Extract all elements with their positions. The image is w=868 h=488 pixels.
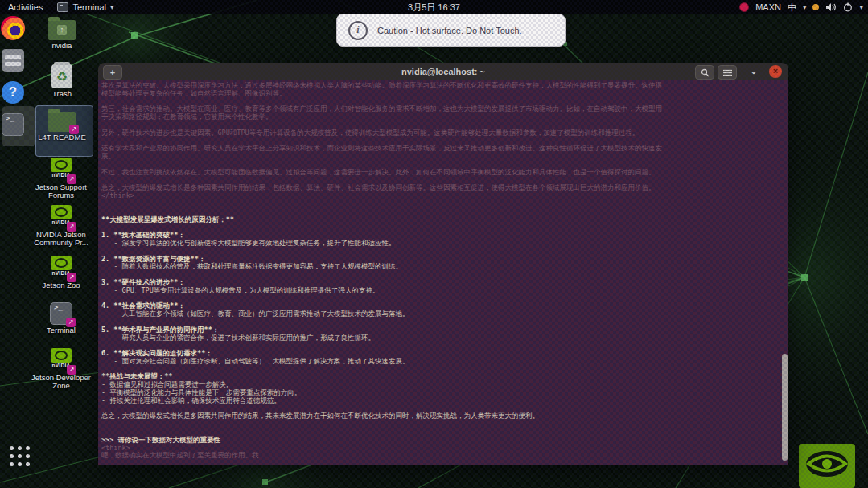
- terminal-body[interactable]: 其次是算法的突破。大模型采用深度学习方法，通过多层神经网络来模拟人类大脑的某些功…: [98, 80, 788, 465]
- desktop-icon-jetson-zoo[interactable]: nVIDIA ↗ Jetson Zoo: [30, 256, 93, 289]
- nvidia-logo: [799, 444, 855, 488]
- terminal-line: </think>: [101, 192, 779, 200]
- shortcut-arrow-badge: ↗: [67, 222, 76, 232]
- help-icon: ?: [2, 81, 24, 104]
- volume-icon[interactable]: [825, 2, 837, 12]
- terminal-line: 于决策和路径规划；在教育领域，它被用来个性化教学。: [101, 113, 779, 121]
- trash-icon: ♻: [51, 64, 72, 88]
- terminal-line: [101, 366, 779, 374]
- shortcut-arrow-badge: ↗: [66, 318, 76, 327]
- info-icon: i: [348, 21, 368, 40]
- terminal-line: - 随着大数据技术的普及，获取和处理海量标注数据变得更加容易，支持了大规模模型的…: [101, 263, 779, 271]
- terminal-line: [101, 295, 779, 303]
- terminal-line: **大模型发展呈爆发式增长的原因分析：**: [101, 216, 779, 224]
- terminal-output: 其次是算法的突破。大模型采用深度学习方法，通过多层神经网络来模拟人类大脑的某些功…: [101, 82, 779, 460]
- folder-icon: ↗: [48, 112, 76, 132]
- app-menu[interactable]: Terminal ▾: [57, 2, 113, 12]
- power-mode-label[interactable]: MAXN: [755, 2, 781, 12]
- menu-button[interactable]: [718, 65, 737, 80]
- input-method-indicator[interactable]: 中: [788, 2, 796, 14]
- terminal-line: 还有学术界和产业界的协同作用。研究人员在学术平台上分享知识和技术，而企业则将这些…: [101, 145, 779, 153]
- terminal-line: - 持续关注伦理和社会影响，确保技术应用符合道德规范。: [101, 397, 779, 405]
- nvidia-shortcut-icon: nVIDIA ↗: [49, 158, 73, 182]
- power-icon[interactable]: [843, 2, 853, 12]
- desktop-icon-nvidia-jetson-community[interactable]: nVIDIA ↗ NVIDIA Jetson Community Pr...: [30, 205, 93, 247]
- notification-message: Caution - Hot surface. Do Not Touch.: [377, 26, 522, 35]
- desktop-icon-trash[interactable]: ♻ Trash: [31, 64, 93, 98]
- notification-toast[interactable]: i Caution - Hot surface. Do Not Touch.: [336, 14, 566, 47]
- chevron-down-icon: ▾: [110, 3, 114, 11]
- terminal-line: - 深度学习算法的优化与创新使得大模型能够更有效地处理复杂任务，提升了性能和适应…: [101, 240, 779, 248]
- terminal-line: >>> 请你说一下数据对大模型的重要性: [101, 437, 779, 445]
- new-tab-button[interactable]: +: [103, 65, 122, 80]
- terminal-titlebar[interactable]: + nvidia@localhost: ~ ⌄ ×: [98, 63, 788, 80]
- terminal-line: [101, 420, 779, 429]
- desktop-icon-l4t-readme[interactable]: ↗ L4T README: [31, 108, 93, 141]
- terminal-line: - 面对复杂社会问题（如医疗诊断、自动驾驶等），大模型提供了解决方案，推动了其快…: [101, 358, 779, 366]
- terminal-line: 模型能够处理更复杂的任务，如自然语言理解、图像识别等。: [101, 90, 779, 98]
- terminal-line: 不过，我也注意到挑战依然存在。大模型可能面临数据偏见、过拟合等问题，这需要进一步…: [101, 169, 779, 177]
- desktop-icon-jetson-developer-zone[interactable]: nVIDIA ↗ Jetson Developer Zone: [30, 348, 93, 390]
- dock-item-help[interactable]: ?: [0, 81, 34, 104]
- shortcut-arrow-badge: ↗: [67, 273, 76, 282]
- nvidia-shortcut-icon: nVIDIA ↗: [49, 205, 73, 229]
- close-button[interactable]: ×: [769, 65, 782, 78]
- chevron-down-icon[interactable]: ▾: [859, 3, 863, 11]
- shortcut-arrow-badge: ↗: [69, 125, 79, 134]
- clock[interactable]: 3月5日 16:37: [408, 2, 460, 12]
- terminal-line: 总之，大模型的爆发式增长是多种因素共同作用的结果，包括数据、算法、硬件、社会需求…: [101, 184, 779, 192]
- terminal-icon: >_: [2, 113, 24, 136]
- window-title: nvidia@localhost: ~: [401, 67, 485, 76]
- minimize-button[interactable]: ⌄: [750, 68, 758, 76]
- terminal-line: 嗯，数据确实在大模型中起到了至关重要的作用。我: [101, 452, 779, 460]
- nvidia-shortcut-icon: nVIDIA ↗: [49, 256, 73, 280]
- shortcut-arrow-badge: ↗: [67, 365, 76, 375]
- activities-button[interactable]: Activities: [8, 2, 43, 12]
- files-icon: [2, 49, 24, 72]
- status-dot-icon: [812, 4, 819, 10]
- dock-item-files[interactable]: [0, 49, 34, 72]
- terminal-line: [101, 200, 779, 208]
- top-bar: Activities Terminal ▾ 3月5日 16:37 MAXN 中 …: [0, 0, 868, 14]
- terminal-line: - 人工智能在多个领域（如医疗、教育、商业）的广泛应用需求推动了大模型技术的发展…: [101, 310, 779, 318]
- nvidia-shortcut-icon: nVIDIA ↗: [49, 348, 73, 372]
- dock-item-firefox[interactable]: [0, 16, 34, 40]
- terminal-line: - 研究人员与企业的紧密合作，促进了技术创新和实际应用的推广，形成了良性循环。: [101, 334, 779, 342]
- terminal-scrollbar-thumb[interactable]: [782, 354, 788, 461]
- terminal-line: 展。: [101, 153, 779, 161]
- folder-icon: ↑: [48, 20, 76, 40]
- terminal-window: + nvidia@localhost: ~ ⌄ × 其次是算法的突破。大模型采用…: [98, 63, 788, 465]
- hamburger-icon: [723, 69, 732, 76]
- app-menu-label: Terminal: [72, 2, 106, 12]
- firefox-icon: [1, 16, 25, 40]
- terminal-line: 另外，硬件技术的进步也是关键因素。GPU和TPU等专用计算设备的大规模普及，使得…: [101, 129, 779, 137]
- terminal-line: - GPU、TPU等专用计算设备的大规模普及，为大模型的训练和推理提供了强大的支…: [101, 287, 779, 295]
- terminal-line: [101, 271, 779, 279]
- search-icon: [701, 68, 710, 77]
- terminal-app-icon: [57, 2, 68, 12]
- chevron-down-icon: ▾: [803, 3, 807, 11]
- shortcut-arrow-badge: ↗: [67, 174, 76, 184]
- dock-item-terminal[interactable]: >_: [0, 113, 34, 136]
- terminal-line: [101, 223, 779, 232]
- show-applications-button[interactable]: [10, 446, 31, 467]
- terminal-line: 总之，大模型的爆发式增长是多因素共同作用的结果，其未来发展潜力在于如何在不断优化…: [101, 412, 779, 420]
- desktop-icon-terminal-shortcut[interactable]: >_ ↗ Terminal: [30, 302, 93, 334]
- desktop-icon-jetson-support-forums[interactable]: nVIDIA ↗ Jetson Support Forums: [30, 158, 93, 199]
- power-mode-icon: [739, 2, 749, 12]
- desktop-icon-nvidia-folder[interactable]: ↑ nvidia: [31, 16, 93, 50]
- search-button[interactable]: [695, 65, 714, 80]
